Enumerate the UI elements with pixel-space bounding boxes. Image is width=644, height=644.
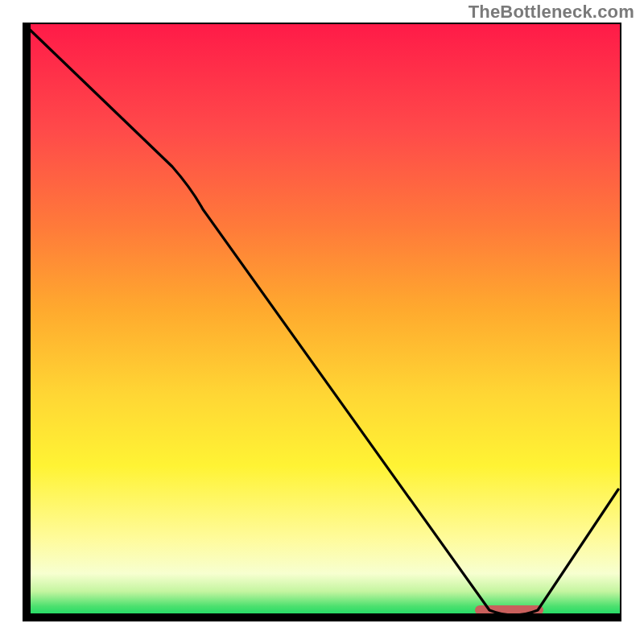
chart-container: TheBottleneck.com bbox=[0, 0, 644, 644]
plot-background-gradient bbox=[23, 23, 621, 621]
watermark-label: TheBottleneck.com bbox=[469, 2, 634, 23]
